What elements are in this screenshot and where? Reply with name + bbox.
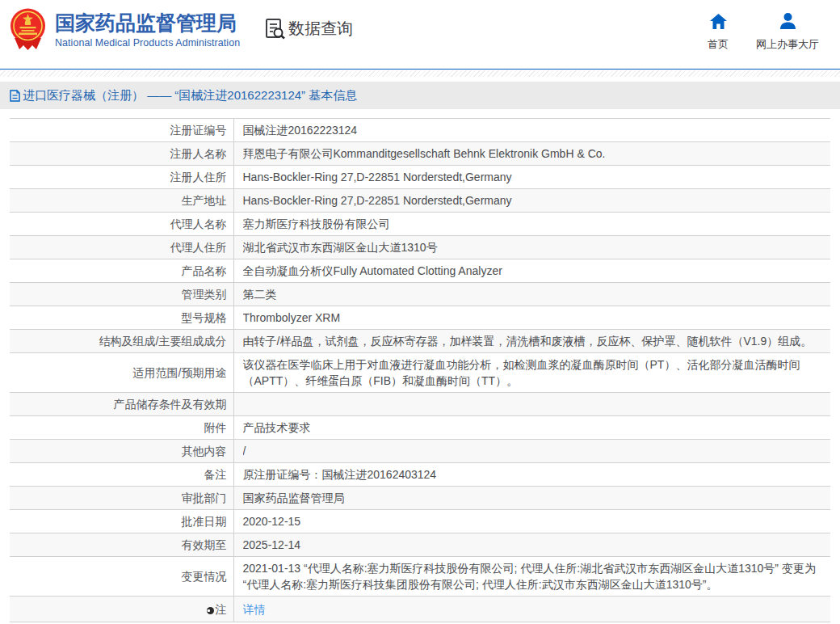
table-row: 代理人住所湖北省武汉市东西湖区金山大道1310号 (10, 236, 830, 259)
row-value: 湖北省武汉市东西湖区金山大道1310号 (233, 236, 830, 259)
site-subtitle: National Medical Products Administration (55, 37, 240, 49)
header-divider-line (0, 69, 840, 70)
table-row: 型号规格Thrombolyzer XRM (10, 306, 830, 330)
row-label: 产品名称 (10, 259, 233, 283)
row-value: 国械注进20162223124 (233, 119, 830, 142)
table-row: 变更情况2021-01-13 “代理人名称:塞力斯医疗科技股份有限公司; 代理人… (10, 557, 830, 597)
table-row: 批准日期2020-12-15 (10, 510, 830, 533)
info-table: 注册证编号国械注进20162223124注册人名称拜恩电子有限公司Kommand… (10, 118, 830, 622)
breadcrumb: 进口医疗器械（注册） —— “国械注进20162223124” 基本信息 (0, 82, 840, 109)
row-label: 型号规格 (10, 306, 233, 330)
table-row: 生产地址Hans-Bockler-Ring 27,D-22851 Norders… (10, 189, 830, 213)
row-label: 代理人住所 (10, 236, 233, 259)
page-icon (10, 90, 20, 102)
home-icon (709, 12, 728, 31)
nav-hall-label: 网上办事大厅 (754, 37, 821, 52)
document-search-icon (264, 18, 286, 40)
table-row: 其他内容/ (10, 440, 830, 463)
table-row: 注册人名称拜恩电子有限公司Kommanditgesellschaft Behnk… (10, 142, 830, 166)
site-title: 国家药品监督管理局 (55, 11, 240, 36)
row-value: 拜恩电子有限公司Kommanditgesellschaft Behnk Elek… (233, 142, 830, 166)
row-label: 结构及组成/主要组成成分 (10, 330, 233, 353)
table-row: 注册人住所Hans-Bockler-Ring 27,D-22851 Norder… (10, 166, 830, 189)
table-row: 适用范围/预期用途该仪器在医学临床上用于对血液进行凝血功能分析，如检测血浆的凝血… (10, 353, 830, 393)
row-value: 国家药品监督管理局 (233, 487, 830, 510)
table-row: 附件产品技术要求 (10, 416, 830, 440)
row-value: 产品技术要求 (233, 416, 830, 440)
row-value: Hans-Bockler-Ring 27,D-22851 Norderstedt… (233, 166, 830, 189)
breadcrumb-text: 进口医疗器械（注册） —— “国械注进20162223124” 基本信息 (23, 88, 357, 103)
hatch-stripe-band (0, 70, 840, 77)
row-label: 其他内容 (10, 440, 233, 463)
info-table-wrap: 注册证编号国械注进20162223124注册人名称拜恩电子有限公司Kommand… (10, 118, 830, 622)
row-value: 2025-12-14 (233, 533, 830, 557)
row-label: 生产地址 (10, 189, 233, 213)
row-value: 第二类 (233, 283, 830, 306)
nav-home[interactable]: 首页 (698, 12, 738, 52)
row-value: 详情 (233, 597, 830, 622)
table-row: 审批部门国家药品监督管理局 (10, 487, 830, 510)
table-row: 结构及组成/主要组成成分由转子/样品盘，试剂盘，反应杯寄存器，加样装置，清洗槽和… (10, 330, 830, 353)
row-label: 产品储存条件及有效期 (10, 393, 233, 416)
detail-link[interactable]: 详情 (243, 603, 266, 616)
nav-service-hall[interactable]: 网上办事大厅 (754, 12, 821, 52)
person-icon (779, 12, 797, 31)
table-row: 有效期至2025-12-14 (10, 533, 830, 557)
row-value (233, 393, 830, 416)
row-label: 管理类别 (10, 283, 233, 306)
table-row: 代理人名称塞力斯医疗科技股份有限公司 (10, 213, 830, 236)
row-value: 由转子/样品盘，试剂盘，反应杯寄存器，加样装置，清洗槽和废液槽，反应杯、保护罩、… (233, 330, 830, 353)
table-row: 产品储存条件及有效期 (10, 393, 830, 416)
row-label: 变更情况 (10, 557, 233, 597)
brand-block: 国家药品监督管理局 National Medical Products Admi… (55, 11, 240, 49)
note-dot-icon (207, 607, 214, 614)
table-row: 管理类别第二类 (10, 283, 830, 306)
row-label: 注册人住所 (10, 166, 233, 189)
row-value: 该仪器在医学临床上用于对血液进行凝血功能分析，如检测血浆的凝血酶原时间（PT）、… (233, 353, 830, 393)
site-header: 国家药品监督管理局 National Medical Products Admi… (0, 0, 840, 69)
table-row: 注详情 (10, 597, 830, 622)
row-label: 代理人名称 (10, 213, 233, 236)
row-value: 塞力斯医疗科技股份有限公司 (233, 213, 830, 236)
row-label: 注册人名称 (10, 142, 233, 166)
national-emblem-logo (10, 7, 46, 51)
row-value: 2020-12-15 (233, 510, 830, 533)
row-label: 适用范围/预期用途 (10, 353, 233, 393)
row-value: 原注册证编号：国械注进20162403124 (233, 463, 830, 487)
row-label: 注 (10, 597, 233, 622)
row-label: 附件 (10, 416, 233, 440)
row-value: 全自动凝血分析仪Fully Automated Clotting Analyze… (233, 259, 830, 283)
table-row: 产品名称全自动凝血分析仪Fully Automated Clotting Ana… (10, 259, 830, 283)
row-value: Hans-Bockler-Ring 27,D-22851 Norderstedt… (233, 189, 830, 213)
row-label: 有效期至 (10, 533, 233, 557)
row-value: Thrombolyzer XRM (233, 306, 830, 330)
info-table-body: 注册证编号国械注进20162223124注册人名称拜恩电子有限公司Kommand… (10, 119, 830, 622)
table-row: 注册证编号国械注进20162223124 (10, 119, 830, 142)
table-row: 备注原注册证编号：国械注进20162403124 (10, 463, 830, 487)
row-label: 备注 (10, 463, 233, 487)
data-query-label: 数据查询 (288, 18, 353, 40)
row-label: 注册证编号 (10, 119, 233, 142)
row-label: 批准日期 (10, 510, 233, 533)
nav-home-label: 首页 (698, 37, 738, 52)
row-value: 2021-01-13 “代理人名称:塞力斯医疗科技股份有限公司; 代理人住所:湖… (233, 557, 830, 597)
data-query-tab[interactable]: 数据查询 (264, 18, 353, 40)
row-label: 审批部门 (10, 487, 233, 510)
row-value: / (233, 440, 830, 463)
